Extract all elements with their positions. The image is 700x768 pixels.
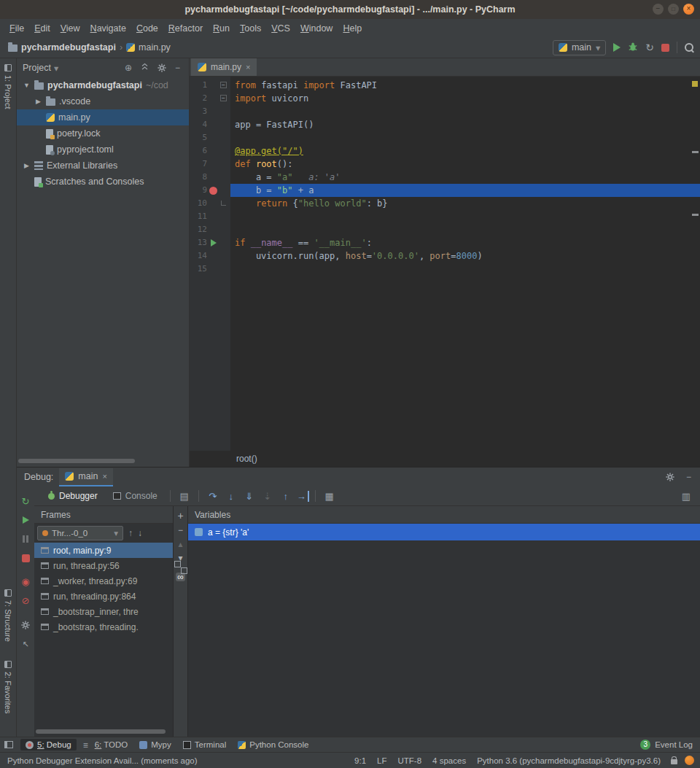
- gutter-marker-zone[interactable]: [207, 263, 219, 276]
- code-line-15[interactable]: 15: [190, 263, 700, 276]
- gutter-cell[interactable]: 15: [190, 263, 230, 276]
- view-as-table-icon[interactable]: [322, 491, 338, 502]
- breadcrumb-function[interactable]: root(): [236, 454, 257, 464]
- code-text[interactable]: [230, 131, 700, 144]
- force-step-into-icon[interactable]: [241, 491, 257, 502]
- menu-run[interactable]: Run: [208, 21, 235, 36]
- collapse-all-icon[interactable]: [138, 63, 152, 73]
- code-line-8[interactable]: 8 a = "a" a: 'a': [190, 171, 700, 184]
- code-line-4[interactable]: 4app = FastAPI(): [190, 118, 700, 131]
- gutter-marker-zone[interactable]: [207, 144, 219, 158]
- fold-end-icon[interactable]: [221, 201, 226, 206]
- gutter-marker-zone[interactable]: [207, 171, 219, 184]
- pin-icon[interactable]: [17, 635, 34, 653]
- inspection-status-icon[interactable]: [692, 81, 698, 87]
- chevron-down-icon[interactable]: [54, 63, 58, 74]
- step-over-icon[interactable]: [205, 491, 221, 502]
- menu-refactor[interactable]: Refactor: [163, 21, 208, 36]
- toolstripe-structure[interactable]: 7: Structure: [4, 585, 12, 646]
- gutter-cell[interactable]: 1−: [190, 79, 230, 92]
- settings-gear-icon[interactable]: [155, 63, 169, 72]
- gutter-cell[interactable]: 5: [190, 131, 230, 144]
- toolwindow-tab-python-console[interactable]: Python Console: [233, 739, 314, 750]
- gutter-cell[interactable]: 13: [190, 236, 230, 249]
- settings-gear-icon[interactable]: [663, 473, 677, 481]
- run-button[interactable]: [613, 43, 621, 52]
- code-text[interactable]: uvicorn.run(app, host='0.0.0.0', port=80…: [230, 249, 700, 263]
- menu-file[interactable]: File: [4, 21, 29, 36]
- expand-arrow-icon[interactable]: ▼: [23, 82, 31, 89]
- gutter-cell[interactable]: 6: [190, 144, 230, 158]
- gutter-marker-zone[interactable]: [207, 184, 219, 197]
- lock-icon[interactable]: [671, 759, 677, 764]
- code-text[interactable]: if __name__ == '__main__':: [230, 236, 700, 249]
- code-line-10[interactable]: 10 return {"hello world": b}: [190, 197, 700, 210]
- tree-item-vscode[interactable]: ▶.vscode: [17, 93, 189, 109]
- debug-button[interactable]: [628, 42, 638, 54]
- gutter-marker-zone[interactable]: [207, 79, 219, 92]
- stop-button[interactable]: [661, 44, 669, 52]
- gutter-marker-zone[interactable]: [207, 223, 219, 236]
- code-line-9[interactable]: 9 b = "b" + a: [190, 184, 700, 197]
- toolwindow-tab-6-todo[interactable]: 6: TODO: [78, 739, 133, 750]
- gutter-marker-zone[interactable]: [207, 131, 219, 144]
- menu-vcs[interactable]: VCS: [266, 21, 295, 36]
- gutter-cell[interactable]: 4: [190, 118, 230, 131]
- code-line-7[interactable]: 7def root():: [190, 158, 700, 171]
- code-line-13[interactable]: 13if __name__ == '__main__':: [190, 236, 700, 249]
- view-breakpoints-icon[interactable]: [17, 572, 34, 591]
- minimize-icon[interactable]: [653, 4, 664, 15]
- rerun-debug-icon[interactable]: [17, 492, 34, 511]
- code-line-2[interactable]: 2−import uvicorn: [190, 92, 700, 105]
- mute-breakpoints-icon[interactable]: [17, 591, 34, 610]
- code-text[interactable]: return {"hello world": b}: [230, 197, 700, 210]
- project-panel-title[interactable]: Project: [23, 63, 51, 73]
- step-into-icon[interactable]: [223, 491, 239, 502]
- expand-arrow-icon[interactable]: ▶: [34, 98, 42, 105]
- fold-icon[interactable]: −: [220, 95, 227, 101]
- gutter-cell[interactable]: 3: [190, 105, 230, 118]
- hide-panel-icon[interactable]: [172, 63, 183, 73]
- editor-tab-main-py[interactable]: main.py: [191, 58, 257, 76]
- tree-item-main-py[interactable]: main.py: [17, 109, 189, 125]
- menu-view[interactable]: View: [55, 21, 85, 36]
- move-up-icon[interactable]: [178, 540, 182, 548]
- add-watch-icon[interactable]: [177, 511, 183, 521]
- gutter-cell[interactable]: 12: [190, 223, 230, 236]
- code-text[interactable]: [230, 263, 700, 276]
- frame-item[interactable]: root, main.py:9: [34, 543, 173, 558]
- code-text[interactable]: from fastapi import FastAPI: [230, 79, 700, 92]
- tree-item-poetry-lock[interactable]: poetry.lock: [17, 125, 189, 141]
- gutter-marker-zone[interactable]: [207, 197, 219, 210]
- debug-session-tab[interactable]: main: [59, 468, 113, 486]
- code-text[interactable]: a = "a" a: 'a': [230, 171, 700, 184]
- code-line-1[interactable]: 1−from fastapi import FastAPI: [190, 79, 700, 92]
- scrollbar-mark[interactable]: [692, 214, 699, 216]
- tree-item-pyproject-toml[interactable]: pyproject.toml: [17, 141, 189, 158]
- gutter-marker-zone[interactable]: [207, 236, 219, 249]
- expand-arrow-icon[interactable]: ▶: [23, 162, 31, 169]
- status-caret-position[interactable]: 9:1: [354, 756, 366, 765]
- gutter-marker-zone[interactable]: [207, 92, 219, 105]
- frame-item[interactable]: run, threading.py:864: [34, 589, 173, 604]
- tab-console[interactable]: Console: [106, 486, 164, 505]
- code-text[interactable]: import uvicorn: [230, 92, 700, 105]
- gutter-cell[interactable]: 7: [190, 158, 230, 171]
- frame-item[interactable]: run, thread.py:56: [34, 558, 173, 573]
- pause-icon[interactable]: [17, 530, 34, 548]
- horizontal-scrollbar[interactable]: [36, 729, 166, 734]
- run-gutter-icon[interactable]: [211, 239, 217, 247]
- breadcrumb-project[interactable]: pycharmdebugfastapi: [6, 42, 118, 53]
- maximize-icon[interactable]: [668, 4, 679, 15]
- run-to-cursor-icon[interactable]: [296, 491, 309, 502]
- tree-item-scratches-and-consoles[interactable]: Scratches and Consoles: [17, 174, 189, 190]
- close-icon[interactable]: [246, 63, 250, 71]
- gutter-cell[interactable]: 14: [190, 249, 230, 263]
- remove-watch-icon[interactable]: [178, 526, 183, 535]
- gutter-marker-zone[interactable]: [207, 249, 219, 263]
- variable-item[interactable]: a = {str} 'a': [188, 524, 700, 540]
- frame-item[interactable]: _bootstrap_inner, thre: [34, 604, 173, 619]
- status-indicator-icon[interactable]: [685, 756, 694, 765]
- code-line-14[interactable]: 14 uvicorn.run(app, host='0.0.0.0', port…: [190, 249, 700, 263]
- gutter-cell[interactable]: 8: [190, 171, 230, 184]
